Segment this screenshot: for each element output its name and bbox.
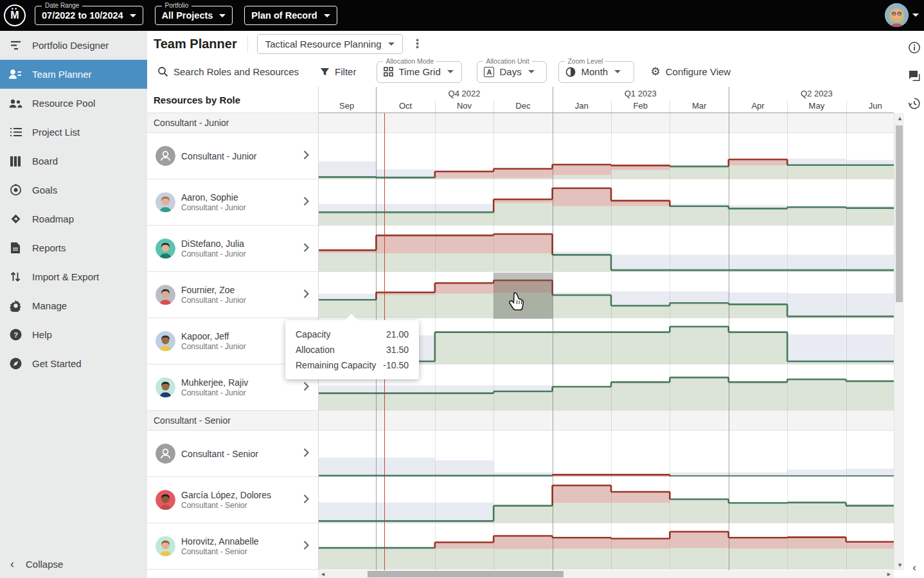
user-menu[interactable] — [885, 3, 919, 27]
resource-row-consultant-senior: Consultant - Senior — [147, 431, 894, 477]
sidebar-item-import-export[interactable]: Import & Export — [0, 262, 147, 291]
chat-icon[interactable] — [907, 69, 921, 83]
resource-list-item[interactable]: Aaron, SophieConsultant - Junior — [147, 179, 318, 225]
resource-avatar — [155, 192, 175, 212]
scenario-value: Plan of Record — [251, 10, 317, 21]
search-input[interactable]: Search Roles and Resources — [157, 66, 299, 77]
quarter-label: Q4 2022 — [449, 89, 481, 98]
scroll-down-icon[interactable]: ▼ — [897, 561, 903, 569]
sidebar-item-roadmap[interactable]: Roadmap — [0, 204, 147, 233]
chevron-down-icon — [324, 14, 330, 17]
month-label: Dec — [515, 101, 530, 111]
resource-list-item[interactable]: DiStefano, JuliaConsultant - Junior — [147, 226, 318, 271]
allocation-chart-row[interactable] — [318, 179, 894, 225]
meisterplan-logo-icon[interactable]: •• M — [4, 5, 26, 26]
left-sidebar: Portfolio DesignerTeam PlannerResource P… — [0, 31, 147, 578]
view-selector-dropdown[interactable]: Tactical Resource Planning — [257, 34, 403, 54]
chevron-right-icon[interactable] — [303, 494, 309, 506]
scroll-left-icon[interactable]: ◄ — [320, 570, 326, 578]
manage-icon — [8, 299, 22, 313]
collapse-sidebar-button[interactable]: ‹ Collapse — [0, 550, 147, 578]
resource-row-garc-a-l-pez-dolores: García López, DoloresConsultant - Senior — [147, 477, 894, 523]
resource-list-item[interactable]: García López, DoloresConsultant - Senior — [147, 477, 318, 523]
chevron-right-icon[interactable] — [303, 289, 309, 301]
sidebar-item-get-started[interactable]: Get Started — [0, 349, 147, 378]
month-label: Mar — [692, 101, 706, 111]
info-icon[interactable] — [907, 41, 921, 55]
resource-list-item[interactable]: Consultant - Senior — [147, 431, 318, 476]
gear-icon: ⚙ — [650, 65, 660, 78]
half-circle-icon — [565, 67, 576, 77]
resource-list-item[interactable]: Horovitz, AnnabelleConsultant - Senior — [147, 523, 318, 569]
chevron-right-icon[interactable] — [303, 448, 309, 460]
month-label: Nov — [457, 101, 472, 111]
chevron-right-icon[interactable] — [303, 197, 309, 208]
chevron-down-icon — [130, 14, 136, 17]
sidebar-item-goals[interactable]: Goals — [0, 176, 147, 204]
allocation-chart-row[interactable] — [318, 523, 894, 569]
vertical-scrollbar-thumb[interactable] — [896, 125, 903, 302]
sidebar-item-board[interactable]: Board — [0, 147, 147, 176]
month-label: Apr — [751, 101, 764, 111]
group-header-consultant-senior[interactable]: Consultant - Senior — [147, 411, 894, 431]
horizontal-scrollbar[interactable]: ◄ ► — [318, 570, 894, 578]
hovered-allocation-cell[interactable] — [493, 273, 552, 319]
month-gridline — [846, 101, 847, 113]
sidebar-item-portfolio-designer[interactable]: Portfolio Designer — [0, 31, 147, 60]
timeline-header: Q4 2022Q1 2023Q2 2023SepOctNovDecJanFebM… — [318, 87, 894, 113]
resource-row-muhkerjee-rajiv: Muhkerjee, RajivConsultant - Junior — [147, 365, 894, 411]
vertical-scrollbar[interactable]: ▲ ▼ — [894, 113, 904, 570]
allocation-unit-dropdown[interactable]: Allocation Unit A Days — [477, 61, 547, 83]
portfolio-dropdown[interactable]: Portfolio All Projects — [155, 6, 233, 25]
more-options-kebab-icon[interactable]: ⋮ — [412, 37, 423, 51]
scroll-right-icon[interactable]: ► — [886, 570, 892, 578]
sidebar-item-manage[interactable]: Manage — [0, 291, 147, 320]
quarter-label: Q1 2023 — [625, 89, 657, 98]
month-label: Sep — [339, 101, 354, 111]
allocation-chart-row[interactable] — [318, 133, 894, 179]
horizontal-scrollbar-thumb[interactable] — [368, 571, 564, 577]
filter-button[interactable]: Filter — [320, 66, 356, 77]
allocation-chart-row[interactable] — [318, 226, 894, 271]
allocation-chart-row[interactable] — [318, 477, 894, 523]
chevron-right-icon[interactable] — [303, 150, 309, 162]
reports-icon — [8, 241, 22, 255]
quarter-label: Q2 2023 — [801, 89, 833, 98]
sidebar-item-project-list[interactable]: Project List — [0, 118, 147, 147]
resource-list-item[interactable]: Fournier, ZoeConsultant - Junior — [147, 272, 318, 318]
chevron-right-icon[interactable] — [303, 243, 309, 255]
chevron-right-icon[interactable] — [303, 382, 309, 393]
sidebar-item-help[interactable]: ?Help — [0, 320, 147, 349]
allocation-chart-row[interactable] — [318, 272, 894, 318]
allocation-mode-dropdown[interactable]: Allocation Mode Time Grid — [377, 61, 462, 83]
planner-body: Consultant - JuniorConsultant - JuniorAa… — [147, 113, 894, 570]
resource-list-item[interactable]: Consultant - Junior — [147, 133, 318, 179]
scenario-dropdown[interactable]: Plan of Record — [244, 6, 337, 25]
sidebar-item-team-planner[interactable]: Team Planner — [0, 60, 147, 89]
import-export-icon — [8, 270, 22, 284]
group-header-consultant-junior[interactable]: Consultant - Junior — [147, 113, 894, 133]
allocation-chart-row[interactable] — [318, 431, 894, 476]
role-avatar-icon — [155, 146, 175, 166]
date-range-dropdown[interactable]: Date Range 07/2022 to 10/2024 — [35, 6, 143, 25]
sidebar-item-reports[interactable]: Reports — [0, 233, 147, 262]
collapse-rail-chevron-left-icon[interactable]: ‹ — [907, 561, 921, 575]
portfolio-label: Portfolio — [162, 2, 192, 9]
month-label: Feb — [633, 101, 647, 111]
resource-avatar — [155, 285, 175, 305]
sidebar-item-resource-pool[interactable]: Resource Pool — [0, 89, 147, 118]
tooltip-row: Allocation31.50 — [296, 342, 409, 357]
chevron-right-icon[interactable] — [303, 541, 309, 552]
zoom-level-dropdown[interactable]: Zoom Level Month — [558, 61, 634, 83]
resource-row-consultant-junior: Consultant - Junior — [147, 133, 894, 179]
quarter-gridline — [553, 87, 553, 113]
quarter-gridline — [376, 87, 377, 113]
month-label: Jan — [575, 101, 589, 111]
resource-avatar — [155, 377, 175, 397]
user-avatar — [885, 3, 909, 27]
history-icon[interactable] — [907, 96, 921, 111]
scroll-up-icon[interactable]: ▲ — [897, 114, 903, 122]
resource-avatar — [155, 490, 175, 510]
configure-view-button[interactable]: ⚙ Configure View — [650, 65, 731, 78]
team-planner-icon — [8, 68, 22, 82]
